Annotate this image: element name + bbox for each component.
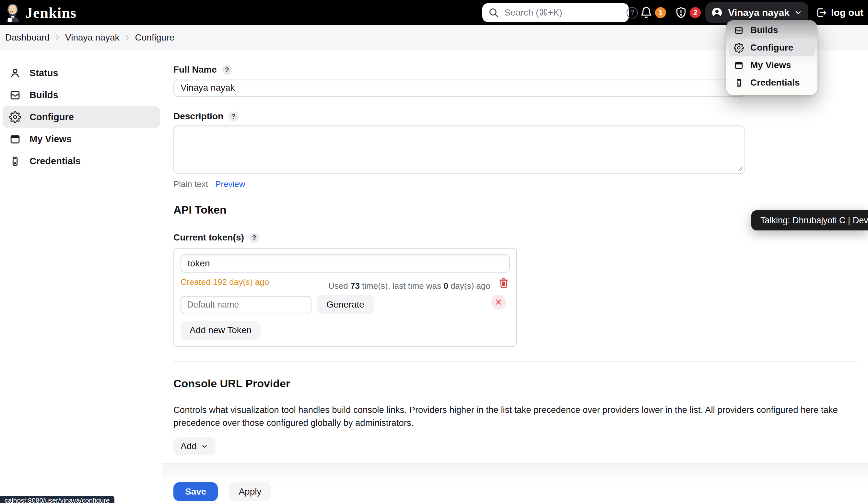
description-block: Description ? Plain text Preview <box>173 111 868 189</box>
sidebar-item-my-views[interactable]: My Views <box>3 128 160 150</box>
user-menu-item-configure[interactable]: Configure <box>728 39 815 57</box>
help-icon[interactable]: ? <box>249 233 259 243</box>
main-content: Full Name ? Description ? Plain text Pr <box>162 50 868 503</box>
user-name: Vinaya nayak <box>728 7 789 18</box>
breadcrumb-chevron-icon <box>124 34 131 41</box>
token-usage-text: Used 73 time(s), last time was 0 day(s) … <box>328 281 490 291</box>
help-icon[interactable]: ? <box>222 65 232 75</box>
user-menu-item-label: Configure <box>750 42 793 53</box>
current-tokens-label-row: Current token(s) ? <box>173 232 868 243</box>
add-provider-button[interactable]: Add <box>173 437 216 455</box>
token-card: Created 192 day(s) ago Used 73 time(s), … <box>173 248 517 347</box>
jenkins-butler-logo-icon <box>5 3 20 23</box>
sidebar-item-builds[interactable]: Builds <box>3 84 160 106</box>
current-tokens-label: Current token(s) <box>173 232 244 243</box>
delete-token-button[interactable] <box>497 276 510 289</box>
breadcrumb-chevron-icon <box>53 34 61 41</box>
user-menu-item-credentials[interactable]: Credentials <box>728 74 815 91</box>
builds-inbox-icon <box>734 25 744 35</box>
section-divider <box>173 361 858 362</box>
jenkins-brand[interactable]: Jenkins <box>5 3 76 23</box>
gear-icon <box>734 43 744 53</box>
talking-toast: Talking: Dhrubajyoti C | DevRel En... <box>751 211 868 230</box>
breadcrumb-dashboard[interactable]: Dashboard <box>5 32 50 43</box>
add-provider-label: Add <box>180 441 197 451</box>
preview-link[interactable]: Preview <box>215 179 245 189</box>
description-label: Description <box>173 111 223 122</box>
sidebar-item-label: Status <box>30 68 58 79</box>
user-menu-item-label: Credentials <box>750 78 800 88</box>
logout-label: log out <box>831 7 864 18</box>
bell-icon <box>640 6 653 19</box>
full-name-input[interactable] <box>173 79 745 97</box>
close-icon <box>494 298 503 306</box>
generate-button[interactable]: Generate <box>317 295 374 314</box>
brand-title: Jenkins <box>25 4 76 21</box>
jenkins-user-configure-page: Jenkins ? 1 <box>0 0 868 503</box>
generate-token-row: Generate <box>180 295 510 314</box>
id-card-icon <box>9 155 21 167</box>
apply-button[interactable]: Apply <box>229 482 271 501</box>
resize-handle-icon[interactable] <box>737 166 743 171</box>
logout-button[interactable]: log out <box>815 7 864 19</box>
search-help-icon[interactable]: ? <box>627 7 638 19</box>
notifications-button[interactable]: 1 <box>640 6 666 19</box>
gear-icon <box>9 111 21 123</box>
cancel-token-button[interactable] <box>491 295 506 309</box>
help-icon[interactable]: ? <box>228 112 239 122</box>
description-textarea[interactable] <box>173 125 745 174</box>
console-url-description: Controls what visualization tool handles… <box>173 403 856 429</box>
sidebar-item-label: Credentials <box>30 156 81 167</box>
logout-icon <box>815 7 827 19</box>
person-icon <box>9 67 21 79</box>
sidebar-item-credentials[interactable]: Credentials <box>3 150 160 172</box>
search-input[interactable] <box>504 8 621 18</box>
notifications-badge: 1 <box>655 7 666 18</box>
status-url-tooltip: calhost:8080/user/vinaya/configure <box>0 496 114 503</box>
sidebar: Status Builds Configure <box>0 50 162 503</box>
search-box[interactable]: ? <box>482 3 629 22</box>
chevron-down-icon <box>200 442 208 450</box>
sidebar-item-configure[interactable]: Configure <box>3 106 160 128</box>
body-layout: Status Builds Configure <box>0 50 868 503</box>
sidebar-item-label: Configure <box>30 112 74 123</box>
user-menu-item-my-views[interactable]: My Views <box>728 57 815 74</box>
builds-inbox-icon <box>9 89 21 101</box>
chevron-down-icon <box>794 8 803 17</box>
sidebar-item-label: Builds <box>30 90 58 101</box>
bottom-action-bar: Save Apply <box>162 463 868 503</box>
token-name-input[interactable] <box>180 254 510 273</box>
add-new-token-button[interactable]: Add new Token <box>180 321 261 340</box>
breadcrumb-configure[interactable]: Configure <box>135 32 174 43</box>
console-url-heading: Console URL Provider <box>173 377 868 390</box>
breadcrumb-user[interactable]: Vinaya nayak <box>65 32 120 43</box>
security-badge: 2 <box>690 7 701 18</box>
search-icon <box>488 7 499 18</box>
sidebar-item-label: My Views <box>30 134 72 145</box>
trash-icon <box>497 276 510 289</box>
full-name-label: Full Name <box>173 64 217 75</box>
window-icon <box>734 60 744 70</box>
user-menu-item-builds[interactable]: Builds <box>728 21 815 39</box>
window-icon <box>9 133 21 145</box>
user-menu-item-label: My Views <box>750 60 791 70</box>
user-dropdown-menu: Builds Configure My Views <box>726 20 817 95</box>
save-button[interactable]: Save <box>173 482 218 501</box>
description-mode-label: Plain text <box>173 179 208 189</box>
user-menu-item-label: Builds <box>750 25 778 35</box>
token-created-text: Created 192 day(s) ago <box>180 276 269 287</box>
user-avatar-icon <box>711 6 723 19</box>
sidebar-item-status[interactable]: Status <box>3 62 160 84</box>
token-meta-row: Created 192 day(s) ago Used 73 time(s), … <box>180 276 510 291</box>
security-warnings-button[interactable]: 2 <box>674 6 701 19</box>
new-token-name-input[interactable] <box>180 296 311 314</box>
shield-alert-icon <box>674 6 688 19</box>
id-card-icon <box>734 78 744 88</box>
